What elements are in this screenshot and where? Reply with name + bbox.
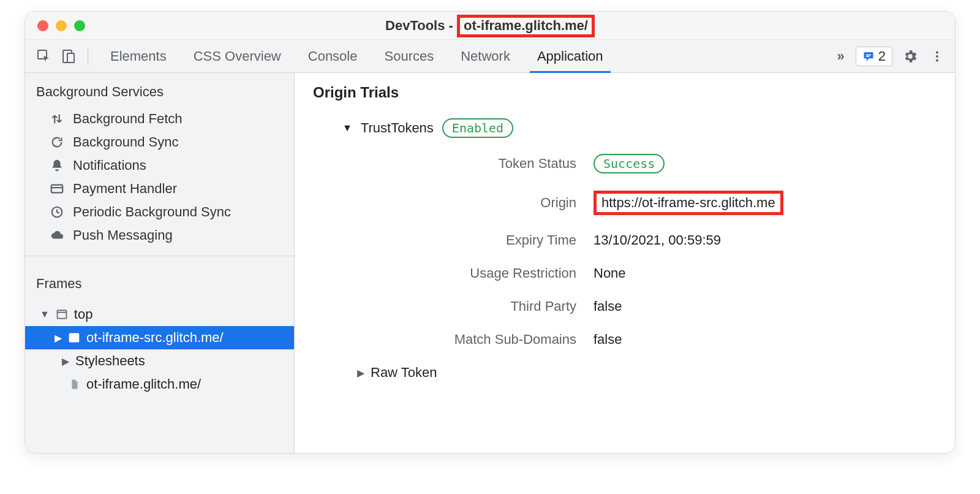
origin-trial-row[interactable]: ▼ TrustTokens Enabled (313, 118, 937, 138)
sidebar-item-background-sync[interactable]: Background Sync (25, 131, 294, 154)
sidebar-item-label: Background Sync (73, 134, 178, 150)
more-options-button[interactable] (928, 47, 946, 66)
svg-rect-4 (866, 56, 870, 57)
main-panel: Origin Trials ▼ TrustTokens Enabled Toke… (295, 73, 955, 453)
devtools-window: DevTools - ot-iframe.glitch.me/ Elements… (24, 11, 956, 454)
frame-leaf[interactable]: ot-iframe.glitch.me/ (25, 373, 294, 396)
trial-details: Token Status Success Origin https://ot-i… (313, 154, 937, 348)
window-controls (25, 20, 85, 31)
label-origin: Origin (374, 195, 576, 211)
svg-point-7 (936, 59, 938, 61)
chevron-right-icon: ▶ (55, 332, 62, 344)
sidebar-item-label: Notifications (73, 158, 146, 173)
tab-network[interactable]: Network (447, 40, 524, 72)
sidebar-group-background-services: Background Services (25, 73, 294, 107)
chevron-right-icon: ▶ (357, 367, 364, 379)
frames-tree: ▼ top ▶ ot-iframe-src.glitch.me/ ▶ Style… (25, 299, 294, 406)
window-icon (56, 308, 68, 321)
value-token-status: Success (594, 154, 937, 173)
token-status-badge: Success (594, 154, 665, 173)
frame-top[interactable]: ▼ top (25, 303, 294, 326)
svg-rect-15 (71, 337, 77, 341)
iframe-icon (68, 332, 80, 344)
value-match-subdomains: false (594, 332, 937, 348)
sidebar-item-label: Push Messaging (73, 227, 173, 243)
sidebar-divider (25, 256, 294, 256)
raw-token-row[interactable]: ▶ Raw Token (313, 365, 937, 381)
maximize-window-button[interactable] (74, 20, 85, 31)
content-area: Background Services Background Fetch Bac… (25, 73, 955, 453)
devtools-toolbar: Elements CSS Overview Console Sources Ne… (25, 40, 955, 73)
window-title-url: ot-iframe.glitch.me/ (457, 15, 595, 37)
raw-token-label: Raw Token (371, 365, 437, 381)
tab-label: Console (308, 48, 358, 64)
window-title-prefix: DevTools - (385, 18, 457, 33)
label-expiry: Expiry Time (374, 232, 576, 248)
settings-button[interactable] (901, 47, 919, 66)
label-match-subdomains: Match Sub-Domains (374, 332, 576, 348)
frame-label: ot-iframe-src.glitch.me/ (86, 330, 224, 346)
value-third-party: false (594, 298, 937, 314)
origin-highlight: https://ot-iframe-src.glitch.me (594, 191, 783, 215)
toolbar-separator (88, 48, 88, 65)
tab-label: CSS Overview (194, 48, 281, 64)
tab-css-overview[interactable]: CSS Overview (180, 40, 295, 72)
cloud-icon (50, 228, 64, 243)
chevron-down-icon: ▼ (342, 123, 352, 134)
tab-elements[interactable]: Elements (97, 40, 180, 72)
sidebar-item-notifications[interactable]: Notifications (25, 154, 294, 177)
tab-console[interactable]: Console (295, 40, 371, 72)
svg-rect-3 (866, 54, 871, 55)
value-usage-restriction: None (594, 265, 937, 281)
tab-label: Sources (384, 48, 434, 64)
label-usage-restriction: Usage Restriction (374, 265, 576, 281)
inspect-element-icon[interactable] (34, 46, 55, 67)
tab-label: Elements (110, 48, 167, 64)
issues-button[interactable]: 2 (856, 47, 892, 66)
chevron-right-icon: ▶ (62, 355, 69, 367)
application-sidebar: Background Services Background Fetch Bac… (25, 73, 295, 453)
frame-label: ot-iframe.glitch.me/ (86, 376, 201, 392)
sidebar-item-label: Periodic Background Sync (73, 204, 231, 220)
toolbar-right: 2 (856, 47, 946, 66)
file-icon (69, 378, 80, 390)
frame-selected[interactable]: ▶ ot-iframe-src.glitch.me/ (25, 326, 294, 349)
tab-sources[interactable]: Sources (371, 40, 447, 72)
tab-label: Network (461, 48, 510, 64)
sidebar-item-push-messaging[interactable]: Push Messaging (25, 224, 294, 247)
value-origin: https://ot-iframe-src.glitch.me (594, 191, 937, 215)
window-title: DevTools - ot-iframe.glitch.me/ (25, 18, 955, 34)
svg-rect-2 (67, 53, 74, 63)
chevron-down-icon: ▼ (40, 309, 50, 320)
sidebar-item-periodic-background-sync[interactable]: Periodic Background Sync (25, 200, 294, 224)
panel-heading: Origin Trials (313, 84, 937, 101)
frame-stylesheets[interactable]: ▶ Stylesheets (25, 349, 294, 373)
gear-icon (902, 48, 918, 64)
sidebar-item-label: Background Fetch (73, 111, 183, 127)
card-icon (50, 181, 64, 196)
tab-label: Application (537, 48, 603, 64)
sidebar-item-label: Payment Handler (73, 181, 177, 197)
frame-label: Stylesheets (75, 353, 145, 369)
panel-tabs: Elements CSS Overview Console Sources Ne… (97, 40, 826, 72)
label-token-status: Token Status (374, 156, 576, 172)
svg-point-6 (936, 55, 938, 57)
clock-icon (50, 205, 64, 219)
value-expiry: 13/10/2021, 00:59:59 (594, 232, 937, 248)
svg-point-5 (936, 51, 938, 53)
issues-count: 2 (878, 48, 886, 64)
frame-label: top (74, 306, 93, 322)
sidebar-item-background-fetch[interactable]: Background Fetch (25, 107, 294, 131)
device-toolbar-icon[interactable] (58, 46, 79, 67)
more-tabs-button[interactable]: » (826, 48, 856, 64)
kebab-icon (930, 50, 944, 63)
sidebar-group-frames: Frames (25, 265, 294, 299)
label-third-party: Third Party (374, 298, 576, 314)
svg-rect-11 (57, 310, 66, 318)
minimize-window-button[interactable] (56, 20, 67, 31)
sidebar-item-payment-handler[interactable]: Payment Handler (25, 177, 294, 200)
trial-name: TrustTokens (361, 120, 434, 136)
close-window-button[interactable] (37, 20, 48, 31)
trial-status-badge: Enabled (442, 118, 513, 138)
tab-application[interactable]: Application (524, 40, 617, 72)
